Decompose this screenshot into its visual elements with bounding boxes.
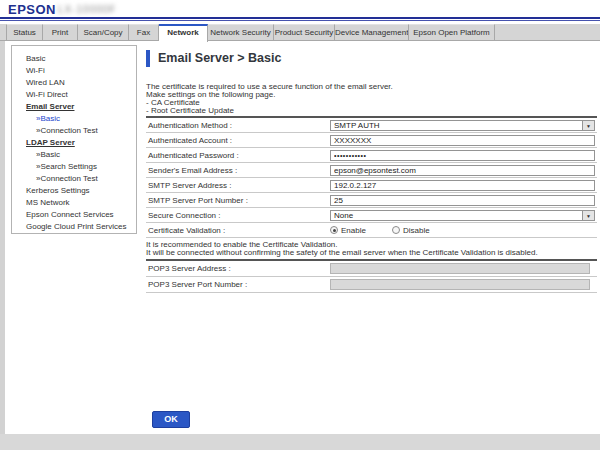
sidebar-item-basic[interactable]: Basic (12, 53, 136, 65)
sidebar-item-email-server-basic[interactable]: »Basic (12, 113, 136, 125)
description-line: Make settings on the following page. (146, 91, 597, 99)
disable-label: Disable (403, 226, 430, 235)
sidebar-item-google-cloud-print-services[interactable]: Google Cloud Print Services (12, 221, 136, 233)
pop3-server-address-input (330, 263, 590, 274)
sidebar-item-wifi-direct[interactable]: Wi-Fi Direct (12, 89, 136, 101)
field-label: Authenticated Account : (146, 136, 330, 145)
certificate-validation-note: It is recommended to enable the Certific… (146, 241, 597, 256)
form-row-authenticated-account: Authenticated Account : (146, 133, 597, 148)
form-row-certificate-validation: Certificate Validation : Enable Disable (146, 223, 597, 238)
secure-connection-value: None (331, 211, 582, 220)
tab-device-management[interactable]: Device Management (335, 24, 409, 41)
tab-scan-copy[interactable]: Scan/Copy (78, 24, 129, 41)
header-divider-thin (0, 20, 600, 21)
email-server-form: Authentication Method : SMTP AUTH ▼ Auth… (146, 116, 597, 238)
authenticated-password-input[interactable] (330, 150, 595, 161)
field-label: Sender's Email Address : (146, 166, 330, 175)
description-line: - Root Certificate Update (146, 107, 597, 115)
radio-selected-icon[interactable] (330, 226, 338, 234)
sender-email-input[interactable] (330, 165, 595, 176)
field-label: POP3 Server Port Number : (146, 280, 330, 289)
tabbar-underline (0, 40, 600, 41)
authentication-method-select[interactable]: SMTP AUTH ▼ (330, 120, 595, 131)
tab-product-security[interactable]: Product Security (274, 24, 335, 41)
epson-web-config-page: EPSON LX-10000F Status Print Scan/Copy F… (0, 0, 600, 450)
sidebar-item-ms-network[interactable]: MS Network (12, 197, 136, 209)
epson-logo: EPSON (8, 2, 56, 17)
field-label: POP3 Server Address : (146, 264, 330, 273)
form-row-pop3-address: POP3 Server Address : (146, 261, 597, 277)
radio-unselected-icon[interactable] (392, 226, 400, 234)
tab-fax[interactable]: Fax (129, 24, 159, 41)
sidebar-item-ldap-basic[interactable]: »Basic (12, 149, 136, 161)
form-row-authenticated-password: Authenticated Password : (146, 148, 597, 163)
tab-network-security[interactable]: Network Security (208, 24, 274, 41)
form-row-sender-email: Sender's Email Address : (146, 163, 597, 178)
pop3-form: POP3 Server Address : POP3 Server Port N… (146, 259, 597, 293)
page-bottom-margin (0, 434, 600, 450)
page-left-margin (0, 41, 5, 434)
header-divider (0, 17, 600, 19)
field-label: Authenticated Password : (146, 151, 330, 160)
sidebar-item-email-server-connection-test[interactable]: »Connection Test (12, 125, 136, 137)
certificate-validation-enable-option[interactable]: Enable (330, 226, 366, 235)
sidebar-item-wifi[interactable]: Wi-Fi (12, 65, 136, 77)
tab-epson-open-platform[interactable]: Epson Open Platform (409, 24, 495, 41)
secure-connection-select[interactable]: None ▼ (330, 210, 595, 221)
page-title: Email Server > Basic (158, 51, 281, 65)
sidebar-section-email-server[interactable]: Email Server (12, 101, 136, 113)
note-line: It will be connected without confirming … (146, 249, 597, 257)
field-label: SMTP Server Address : (146, 181, 330, 190)
tab-print[interactable]: Print (43, 24, 78, 41)
tab-network[interactable]: Network (159, 24, 208, 42)
enable-label: Enable (341, 226, 366, 235)
printer-model-name: LX-10000F (58, 4, 116, 15)
sidebar-item-epson-connect-services[interactable]: Epson Connect Services (12, 209, 136, 221)
sidebar-section-ldap-server[interactable]: LDAP Server (12, 137, 136, 149)
pop3-server-port-input (330, 279, 590, 290)
chevron-down-icon[interactable]: ▼ (582, 211, 594, 220)
sidebar-item-ldap-search-settings[interactable]: »Search Settings (12, 161, 136, 173)
form-row-secure-connection: Secure Connection : None ▼ (146, 208, 597, 223)
form-row-pop3-port: POP3 Server Port Number : (146, 277, 597, 293)
page-title-row: Email Server > Basic (146, 50, 597, 67)
chevron-down-icon[interactable]: ▼ (582, 121, 594, 130)
form-row-smtp-address: SMTP Server Address : (146, 178, 597, 193)
sidebar-item-kerberos-settings[interactable]: Kerberos Settings (12, 185, 136, 197)
form-row-authentication-method: Authentication Method : SMTP AUTH ▼ (146, 118, 597, 133)
form-row-smtp-port: SMTP Server Port Number : (146, 193, 597, 208)
sidebar-item-wired-lan[interactable]: Wired LAN (12, 77, 136, 89)
field-label: SMTP Server Port Number : (146, 196, 330, 205)
description-block: The certificate is required to use a sec… (146, 83, 597, 115)
smtp-server-address-input[interactable] (330, 180, 595, 191)
tab-status[interactable]: Status (6, 24, 43, 41)
tab-bar: Status Print Scan/Copy Fax Network Netwo… (0, 24, 600, 41)
field-label: Certificate Validation : (146, 226, 330, 235)
sidebar-nav: Basic Wi-Fi Wired LAN Wi-Fi Direct Email… (11, 45, 137, 234)
title-accent-bar (146, 50, 150, 67)
certificate-validation-radio-group: Enable Disable (330, 226, 456, 235)
field-label: Secure Connection : (146, 211, 330, 220)
ok-button[interactable]: OK (152, 411, 190, 428)
sidebar-item-ldap-connection-test[interactable]: »Connection Test (12, 173, 136, 185)
smtp-server-port-input[interactable] (330, 195, 595, 206)
authentication-method-value: SMTP AUTH (331, 121, 582, 130)
main-content: Email Server > Basic The certificate is … (146, 50, 597, 293)
certificate-validation-disable-option[interactable]: Disable (392, 226, 430, 235)
authenticated-account-input[interactable] (330, 135, 595, 146)
field-label: Authentication Method : (146, 121, 330, 130)
